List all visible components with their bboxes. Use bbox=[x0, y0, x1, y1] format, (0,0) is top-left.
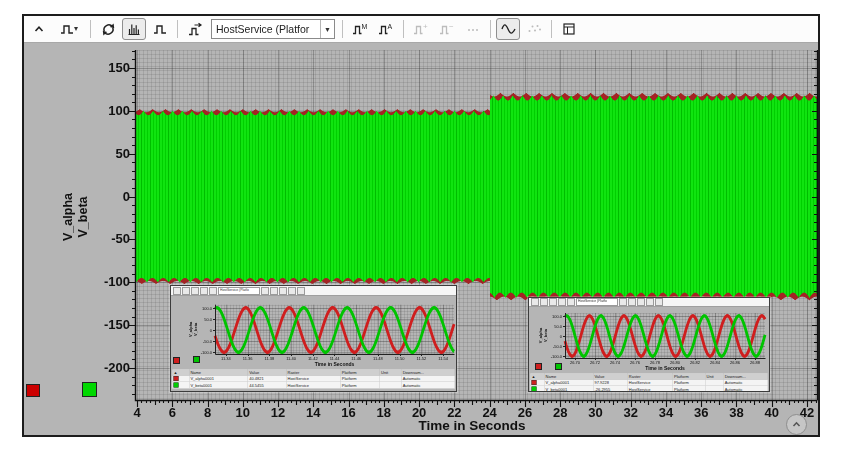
legend-chip-v-alpha[interactable] bbox=[26, 384, 40, 397]
x-tick-label: 30 bbox=[580, 405, 610, 420]
pulse-add-button[interactable]: + bbox=[409, 18, 433, 40]
pulse-a-icon: A bbox=[378, 22, 394, 36]
raster-combobox[interactable]: HostService (Platfor ▼ bbox=[211, 19, 335, 39]
signal-color-chip bbox=[532, 380, 537, 385]
scatter-icon[interactable] bbox=[288, 287, 296, 295]
sine-wave-icon bbox=[501, 22, 516, 36]
inset-chart-canvas[interactable] bbox=[529, 306, 769, 372]
pulse-dropdown-button[interactable]: ▾ bbox=[53, 18, 85, 40]
chevron-up-button[interactable] bbox=[27, 18, 51, 40]
refresh-icon bbox=[101, 22, 116, 37]
pulse-view-button[interactable] bbox=[148, 18, 172, 40]
measure-manual-button[interactable]: M bbox=[348, 18, 372, 40]
inset-legend-chip bbox=[173, 357, 180, 364]
pulse-m-icon: M bbox=[352, 22, 368, 36]
inset-legend-chip bbox=[555, 363, 562, 370]
pulse-m-icon[interactable] bbox=[261, 287, 269, 295]
x-tick-label: 36 bbox=[686, 405, 716, 420]
app-window: { "window": {"bg": "#ffffff", "panel_bg"… bbox=[0, 0, 861, 456]
x-tick-label: 6 bbox=[157, 405, 187, 420]
pulse-a-icon[interactable] bbox=[628, 298, 636, 306]
scatter-dots-icon bbox=[527, 22, 542, 36]
scatter-icon[interactable] bbox=[646, 298, 654, 306]
inset-chart-left[interactable]: HostService (Platfo▲NameValueRasterPlatf… bbox=[170, 285, 457, 392]
inset-chart-right[interactable]: HostService (Platfo▲NameValueRasterPlatf… bbox=[528, 297, 770, 392]
inset-table-cell: 44.5455 bbox=[248, 382, 286, 389]
x-tick-label: 12 bbox=[263, 405, 293, 420]
pulse-plus-icon: + bbox=[413, 22, 429, 36]
svg-text:A: A bbox=[388, 23, 393, 30]
inset-table-cell: HostService bbox=[628, 386, 673, 391]
toolbar-separator bbox=[90, 20, 91, 38]
pulse-remove-button[interactable]: − bbox=[435, 18, 459, 40]
pulse-a-icon[interactable] bbox=[270, 287, 278, 295]
line-display-button[interactable] bbox=[496, 18, 520, 40]
x-tick-label: 32 bbox=[616, 405, 646, 420]
svg-text:+: + bbox=[423, 22, 428, 31]
inset-table-cell bbox=[705, 386, 723, 391]
inset-table-row[interactable]: V_beta000144.5455HostServicePlatformAuto… bbox=[172, 382, 455, 389]
chevron-up-icon[interactable] bbox=[531, 298, 539, 306]
raster-combobox-value: HostService (Platfor bbox=[212, 23, 320, 35]
x-axis-label: Time in Seconds bbox=[372, 418, 572, 433]
svg-text:M: M bbox=[362, 23, 368, 30]
main-toolbar: ▾ HostService (Platfor ▼ bbox=[24, 16, 818, 43]
inset-table-cell bbox=[380, 382, 402, 389]
toolbar-separator bbox=[490, 20, 491, 38]
x-tick-label: 34 bbox=[651, 405, 681, 420]
x-tick-label: 4 bbox=[122, 405, 152, 420]
inset-raster-combobox[interactable]: HostService (Platfo bbox=[576, 298, 618, 306]
inset-legend-chip bbox=[535, 363, 542, 370]
dropdown-caret-icon: ▾ bbox=[74, 25, 78, 33]
pulse-icon bbox=[60, 22, 74, 36]
histogram-icon bbox=[127, 22, 141, 36]
pulse-minus-icon: − bbox=[439, 22, 455, 36]
more-options-button[interactable] bbox=[461, 18, 485, 40]
inset-signal-table: ▲NameValueRasterPlatformUnitDownsam...V_… bbox=[530, 373, 768, 391]
toolbar-separator bbox=[342, 20, 343, 38]
x-tick-label: 40 bbox=[757, 405, 787, 420]
toolbar-separator bbox=[403, 20, 404, 38]
signal-color-chip bbox=[532, 387, 537, 392]
pulse-icon[interactable] bbox=[540, 298, 548, 306]
inset-raster-combobox[interactable]: HostService (Platfo bbox=[218, 287, 260, 295]
inset-combobox-value: HostService (Platfo bbox=[220, 288, 249, 292]
inset-legend-chip bbox=[193, 356, 200, 363]
chevron-up-icon[interactable] bbox=[173, 287, 181, 295]
histogram-icon[interactable] bbox=[200, 287, 208, 295]
refresh-icon[interactable] bbox=[549, 298, 557, 306]
pulse-m-icon[interactable] bbox=[619, 298, 627, 306]
pulse-icon[interactable] bbox=[567, 298, 575, 306]
scatter-display-button[interactable] bbox=[522, 18, 546, 40]
signal-info-button[interactable] bbox=[557, 18, 581, 40]
inset-table-cell: -26.2955 bbox=[593, 386, 627, 391]
inset-table-row[interactable]: V_beta0001-26.2955HostServicePlatformAut… bbox=[530, 386, 768, 391]
inset-toolbar: HostService (Platfo bbox=[529, 298, 769, 307]
measure-auto-button[interactable]: A bbox=[374, 18, 398, 40]
chevron-up-icon bbox=[791, 419, 802, 430]
chevron-up-icon bbox=[32, 22, 46, 36]
info-table-icon bbox=[562, 22, 576, 36]
histogram-icon[interactable] bbox=[558, 298, 566, 306]
collapse-panel-button[interactable] bbox=[786, 414, 807, 435]
refresh-button[interactable] bbox=[96, 18, 120, 40]
signal-color-chip bbox=[174, 383, 179, 388]
toolbar-separator bbox=[551, 20, 552, 38]
refresh-icon[interactable] bbox=[191, 287, 199, 295]
sine-icon[interactable] bbox=[637, 298, 645, 306]
info-table-icon[interactable] bbox=[655, 298, 663, 306]
legend-chip-v-beta[interactable] bbox=[82, 382, 97, 397]
inset-table-cell: Automatic bbox=[401, 382, 454, 389]
info-table-icon[interactable] bbox=[297, 287, 305, 295]
x-tick-label: 8 bbox=[193, 405, 223, 420]
dash-menu-icon bbox=[466, 22, 480, 36]
pulse-icon bbox=[153, 22, 167, 36]
sine-icon[interactable] bbox=[279, 287, 287, 295]
pulse-icon[interactable] bbox=[209, 287, 217, 295]
histogram-view-button[interactable] bbox=[122, 18, 146, 40]
inset-chart-canvas[interactable] bbox=[171, 295, 456, 368]
pulse-shift-button[interactable] bbox=[183, 18, 207, 40]
pulse-shift-icon bbox=[188, 22, 203, 37]
pulse-icon[interactable] bbox=[182, 287, 190, 295]
x-tick-label: 10 bbox=[228, 405, 258, 420]
